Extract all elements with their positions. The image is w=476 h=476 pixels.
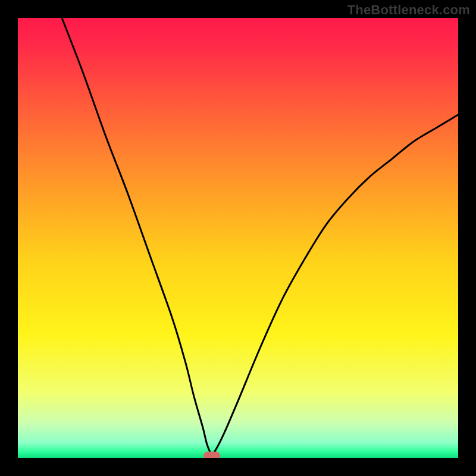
watermark-text: TheBottleneck.com xyxy=(347,2,470,18)
chart-frame: TheBottleneck.com xyxy=(0,0,476,476)
bottleneck-curve xyxy=(18,18,458,458)
optimal-marker xyxy=(203,452,220,458)
plot-area xyxy=(18,18,458,458)
